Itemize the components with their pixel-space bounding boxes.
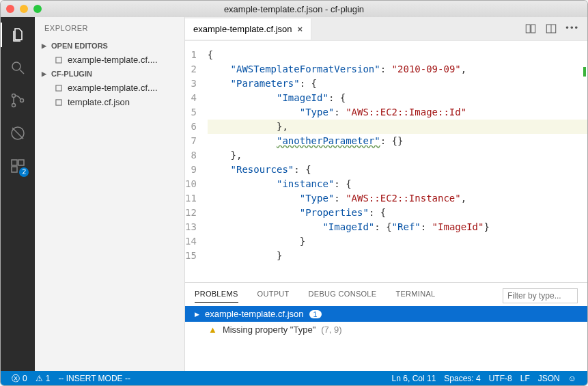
svg-rect-5 — [12, 160, 17, 165]
problem-item[interactable]: ▲ Missing property "Type" (7, 9) — [185, 322, 587, 337]
git-icon[interactable] — [8, 91, 27, 110]
status-mode: -- INSERT MODE -- — [54, 374, 135, 383]
search-icon[interactable] — [8, 58, 27, 77]
problem-message: Missing property "Type" — [223, 325, 316, 335]
svg-rect-8 — [56, 57, 61, 62]
problems-count-badge: 1 — [309, 310, 322, 318]
status-language[interactable]: JSON — [534, 374, 564, 383]
open-editors-item[interactable]: example-template.cf.... — [35, 53, 184, 67]
editor-tab[interactable]: example-template.cf.json × — [185, 18, 311, 40]
status-encoding[interactable]: UTF-8 — [485, 374, 516, 383]
svg-rect-9 — [56, 85, 61, 90]
tab-label: example-template.cf.json — [193, 24, 292, 34]
status-indent[interactable]: Spaces: 4 — [440, 374, 484, 383]
compare-icon[interactable] — [524, 23, 537, 35]
status-warnings[interactable]: ⚠1 — [31, 374, 55, 383]
svg-rect-12 — [531, 25, 535, 33]
status-feedback-icon[interactable]: ☺ — [564, 374, 580, 383]
svg-rect-10 — [56, 99, 61, 105]
tab-problems[interactable]: PROBLEMS — [195, 290, 238, 303]
tab-debug-console[interactable]: DEBUG CONSOLE — [309, 290, 377, 302]
status-eol[interactable]: LF — [516, 374, 534, 383]
files-icon[interactable] — [8, 25, 27, 44]
status-cursor[interactable]: Ln 6, Col 11 — [388, 374, 440, 383]
explorer-sidebar: EXPLORER ▶OPEN EDITORS example-template.… — [35, 17, 185, 371]
extensions-icon[interactable]: 2 — [8, 156, 27, 176]
svg-rect-6 — [18, 160, 24, 165]
editor-area: example-template.cf.json × ••• 123456789… — [185, 17, 587, 371]
window-title: example-template.cf.json - cf-plugin — [1, 4, 587, 14]
tab-terminal[interactable]: TERMINAL — [395, 290, 435, 302]
svg-rect-7 — [12, 167, 17, 172]
activity-bar: 2 — [1, 17, 35, 371]
file-item[interactable]: example-template.cf.... — [35, 81, 184, 95]
problems-file-row[interactable]: ▶ example-template.cf.json 1 — [185, 306, 587, 322]
svg-point-1 — [12, 94, 16, 98]
svg-rect-11 — [527, 25, 531, 33]
bottom-panel: PROBLEMS OUTPUT DEBUG CONSOLE TERMINAL ▶… — [185, 282, 587, 371]
svg-point-2 — [12, 104, 16, 107]
minimap-marker — [583, 67, 586, 77]
close-icon[interactable]: × — [298, 24, 303, 34]
problem-location: (7, 9) — [321, 325, 341, 335]
debug-icon[interactable] — [8, 124, 27, 143]
split-editor-icon[interactable] — [545, 23, 557, 35]
problems-file-name: example-template.cf.json — [205, 309, 304, 319]
more-icon[interactable]: ••• — [565, 23, 579, 35]
folder-section[interactable]: ▶CF-PLUGIN — [35, 67, 184, 81]
status-bar: ⓧ0 ⚠1 -- INSERT MODE -- Ln 6, Col 11 Spa… — [1, 371, 587, 386]
problems-filter-input[interactable] — [503, 288, 578, 303]
svg-point-0 — [12, 62, 20, 70]
svg-point-3 — [20, 99, 24, 102]
file-item[interactable]: template.cf.json — [35, 95, 184, 109]
open-editors-section[interactable]: ▶OPEN EDITORS — [35, 39, 184, 53]
warning-icon: ▲ — [208, 325, 217, 335]
status-errors[interactable]: ⓧ0 — [8, 373, 31, 385]
titlebar: example-template.cf.json - cf-plugin — [1, 1, 587, 17]
editor-tabs: example-template.cf.json × ••• — [185, 17, 587, 41]
tab-output[interactable]: OUTPUT — [257, 290, 290, 302]
code-editor[interactable]: 123456789101112131415 { "AWSTemplateForm… — [185, 41, 587, 282]
extensions-badge: 2 — [19, 167, 29, 177]
sidebar-title: EXPLORER — [35, 17, 184, 39]
